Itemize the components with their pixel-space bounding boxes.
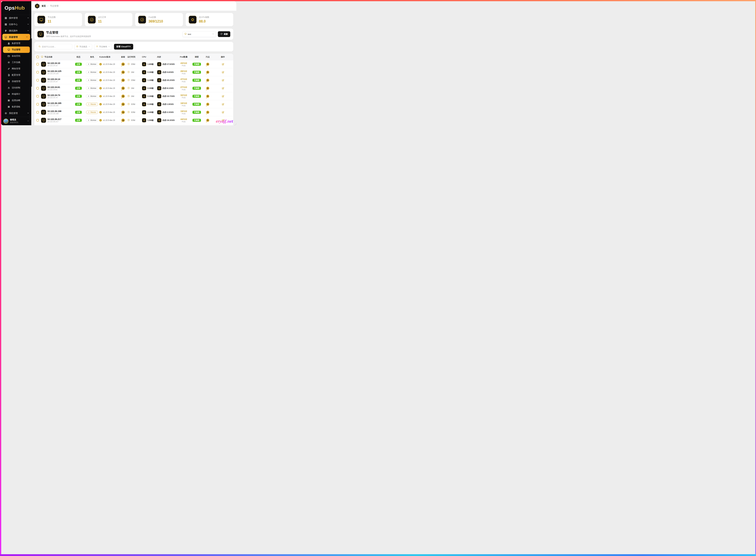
taints-count-badge[interactable]: 0 <box>206 71 209 74</box>
scrollbar[interactable] <box>31 38 32 87</box>
uptime: 329d <box>131 103 135 105</box>
chip-icon <box>143 79 145 81</box>
status-filter-select[interactable]: 节点状态 <box>74 44 92 49</box>
labels-count-badge[interactable]: 15 <box>122 86 125 90</box>
page-content: 节点总数11运行正常11Pod总数369/1210总CPU核数88.0 节点管理… <box>31 11 236 125</box>
memory-usage: 内存:2.3/32G <box>163 111 174 114</box>
sidebar-item-配置管理[interactable]: 配置管理 <box>1 72 31 78</box>
sidebar-item-系统管理[interactable]: 系统管理 <box>1 110 31 116</box>
user-profile[interactable]: 管理员 超级管理员 <box>1 117 31 125</box>
sidebar-item-终端审计[interactable]: 终端审计 <box>1 91 31 97</box>
cell-labels: 14 <box>119 111 128 114</box>
role-filter-select[interactable]: 节点角色 <box>94 44 112 49</box>
cell-memory: 内存:5.6/32G <box>157 70 177 74</box>
node-icon <box>41 78 46 83</box>
row-checkbox[interactable] <box>36 95 39 98</box>
taints-count-badge[interactable]: 1 <box>206 111 209 114</box>
refresh-button[interactable]: 刷新 <box>218 31 230 37</box>
memory-icon <box>157 78 161 82</box>
taints-count-badge[interactable]: 0 <box>206 79 209 82</box>
row-checkbox[interactable] <box>36 103 39 105</box>
cell-schedule: 可调度 <box>190 87 203 90</box>
row-checkbox[interactable] <box>36 87 39 90</box>
labels-count-badge[interactable]: 14 <box>122 78 125 82</box>
sidebar-item-任务中心[interactable]: 任务中心 <box>1 21 31 28</box>
check-circle-icon <box>76 45 78 48</box>
page-header-text: 节点管理 管理 Kubernetes 集群节点，监控节点状态和资源使用 <box>46 31 91 38</box>
deploy-cloudtty-button[interactable]: 部署 CloudTTY <box>114 44 133 49</box>
edit-icon <box>222 87 224 90</box>
edit-node-button[interactable] <box>222 95 224 98</box>
col-状态: 状态 <box>72 56 85 58</box>
stat-card-运行正常: 运行正常11 <box>85 13 133 26</box>
edit-node-button[interactable] <box>222 103 224 106</box>
schedulable-badge: 可调度 <box>193 103 201 106</box>
taints-count-badge[interactable]: 0 <box>206 63 209 66</box>
uptime: 329d <box>131 111 135 113</box>
sidebar-item-应用诊断[interactable]: 应用诊断 <box>1 97 31 104</box>
select-all-checkbox[interactable] <box>36 56 39 58</box>
sidebar-item-集群管理[interactable]: 集群管理 <box>1 40 31 46</box>
cpu-icon <box>142 94 146 98</box>
row-checkbox[interactable] <box>36 111 39 113</box>
cell-memory: 内存:20.2/32G <box>157 78 177 82</box>
edit-node-button[interactable] <box>222 63 224 66</box>
sidebar-item-网络管理[interactable]: 网络管理 <box>1 66 31 72</box>
sidebar-item-访问控制[interactable]: 访问控制 <box>1 84 31 91</box>
chip-icon <box>191 18 195 22</box>
status-badge: 正常 <box>75 71 82 74</box>
stat-cards: 节点总数11运行正常11Pod总数369/1210总CPU核数88.0 <box>34 13 233 26</box>
edit-node-button[interactable] <box>222 87 224 90</box>
sidebar-item-容器管理[interactable]: 容器管理 <box>2 34 30 40</box>
stat-card-Pod总数: Pod总数369/1210 <box>135 13 183 26</box>
breadcrumb-home[interactable]: 首页 <box>41 5 46 7</box>
labels-count-badge[interactable]: 15 <box>122 95 125 98</box>
cell-uptime: 208d <box>128 63 142 66</box>
edit-node-button[interactable] <box>222 111 224 114</box>
cell-pods: 18/110Pods <box>177 102 190 106</box>
cpu-usage: 0.3/8核 <box>147 87 154 90</box>
filter-bar: 节点状态 节点角色 部署 CloudTTY <box>34 42 233 51</box>
pods-unit: Pods <box>180 65 187 67</box>
gear-icon <box>4 112 7 114</box>
edit-node-button[interactable] <box>222 71 224 74</box>
taints-count-badge[interactable]: 0 <box>206 87 209 90</box>
sidebar-item-存储管理[interactable]: 存储管理 <box>1 78 31 84</box>
memory-usage: 内存:1.9/32G <box>163 103 174 106</box>
row-checkbox[interactable] <box>36 119 39 121</box>
role-badge: Worker <box>86 78 98 82</box>
taints-count-badge[interactable]: 0 <box>206 119 209 122</box>
labels-count-badge[interactable]: 15 <box>122 71 125 74</box>
sidebar-item-节点管理[interactable]: 节点管理 <box>3 46 30 53</box>
person-icon <box>96 45 98 48</box>
sidebar-item-测试插件[interactable]: 测试插件 <box>1 28 31 34</box>
table-row: 10.122.24.12510.122.24.125正常Workeriv1.22… <box>34 68 233 76</box>
sidebar-item-集群巡检[interactable]: 集群巡检 <box>1 104 31 110</box>
node-ip: 10.122.24.14 <box>47 81 60 82</box>
edit-node-button[interactable] <box>222 79 224 81</box>
row-checkbox[interactable] <box>36 79 39 81</box>
cell-cpu: 1.1/8核 <box>142 78 157 82</box>
taints-count-badge[interactable]: 1 <box>206 103 209 106</box>
cluster-select[interactable]: test <box>183 31 216 37</box>
taints-count-badge[interactable]: 0 <box>206 95 209 98</box>
search-input[interactable] <box>42 46 71 48</box>
chevron-down-icon <box>212 33 214 35</box>
labels-count-badge[interactable]: 14 <box>122 111 125 114</box>
cpu-usage: 1.8/8核 <box>147 63 154 66</box>
document-icon <box>7 74 10 76</box>
labels-count-badge[interactable]: 14 <box>122 103 125 106</box>
sidebar-item-插件管理[interactable]: 插件管理 <box>1 15 31 21</box>
node-name: 10.122.24.125 <box>47 70 61 72</box>
row-checkbox[interactable] <box>36 63 39 65</box>
labels-count-badge[interactable]: 18 <box>122 118 125 122</box>
sidebar-item-命名空间[interactable]: 命名空间 <box>1 53 31 59</box>
database-icon <box>158 119 160 121</box>
row-checkbox[interactable] <box>36 71 39 73</box>
memory-icon <box>157 62 161 66</box>
labels-count-badge[interactable]: 14 <box>122 63 125 66</box>
cell-taints: 0 <box>203 95 212 98</box>
sidebar-item-工作负载[interactable]: 工作负载 <box>1 59 31 66</box>
edit-icon <box>222 111 224 114</box>
edit-icon <box>222 95 224 98</box>
